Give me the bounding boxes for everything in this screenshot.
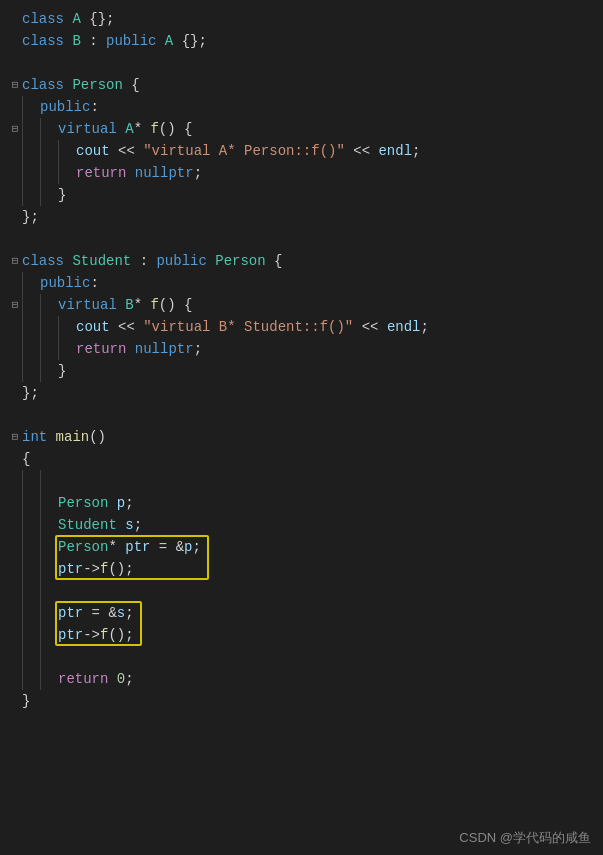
code-tokens: return 0; — [58, 668, 134, 690]
code-tokens: ptr = &s; — [58, 602, 134, 624]
code-line — [0, 470, 603, 492]
fold-gutter[interactable]: ⊟ — [8, 74, 22, 96]
code-line: Person p; — [0, 492, 603, 514]
code-line: }; — [0, 206, 603, 228]
code-line: cout << "virtual B* Student::f()" << end… — [0, 316, 603, 338]
code-line: ptr->f(); — [0, 624, 603, 646]
code-tokens: class Student : public Person { — [22, 250, 283, 272]
code-line — [0, 228, 603, 250]
code-line: } — [0, 690, 603, 712]
code-tokens: Person p; — [58, 492, 134, 514]
indent — [22, 316, 76, 338]
code-line: { — [0, 448, 603, 470]
code-line: public: — [0, 96, 603, 118]
indent — [22, 272, 40, 294]
code-tokens: return nullptr; — [76, 162, 202, 184]
code-tokens: Person* ptr = &p; — [58, 536, 201, 558]
code-tokens: ptr->f(); — [58, 624, 134, 646]
indent — [22, 646, 58, 668]
code-line: ⊟class Person { — [0, 74, 603, 96]
indent — [22, 470, 58, 492]
code-tokens: }; — [22, 382, 39, 404]
indent — [22, 162, 76, 184]
code-line: cout << "virtual A* Person::f()" << endl… — [0, 140, 603, 162]
code-line: ⊟virtual B* f() { — [0, 294, 603, 316]
code-tokens: class B : public A {}; — [22, 30, 207, 52]
fold-gutter[interactable]: ⊟ — [8, 294, 22, 316]
code-line: class B : public A {}; — [0, 30, 603, 52]
code-tokens: int main() — [22, 426, 106, 448]
indent — [22, 118, 58, 140]
code-line: ⊟class Student : public Person { — [0, 250, 603, 272]
code-line: return 0; — [0, 668, 603, 690]
code-tokens: public: — [40, 272, 99, 294]
code-line: class A {}; — [0, 8, 603, 30]
indent — [22, 514, 58, 536]
code-tokens: cout << "virtual A* Person::f()" << endl… — [76, 140, 420, 162]
watermark: CSDN @学代码的咸鱼 — [459, 829, 591, 847]
indent — [22, 294, 58, 316]
indent — [22, 536, 58, 558]
fold-gutter[interactable]: ⊟ — [8, 118, 22, 140]
indent — [22, 602, 58, 624]
code-line — [0, 580, 603, 602]
code-tokens: class Person { — [22, 74, 140, 96]
code-editor: class A {};class B : public A {};⊟class … — [0, 0, 603, 720]
indent — [22, 96, 40, 118]
indent — [22, 580, 58, 602]
indent — [22, 140, 76, 162]
indent — [22, 492, 58, 514]
code-tokens: return nullptr; — [76, 338, 202, 360]
indent — [22, 558, 58, 580]
code-line: return nullptr; — [0, 338, 603, 360]
code-line: Student s; — [0, 514, 603, 536]
code-line — [0, 404, 603, 426]
code-line: } — [0, 184, 603, 206]
code-tokens: } — [22, 690, 30, 712]
code-tokens: cout << "virtual B* Student::f()" << end… — [76, 316, 429, 338]
indent — [22, 338, 76, 360]
code-tokens: public: — [40, 96, 99, 118]
fold-gutter[interactable]: ⊟ — [8, 426, 22, 448]
indent — [22, 184, 58, 206]
code-line: }; — [0, 382, 603, 404]
indent — [22, 624, 58, 646]
code-line: Person* ptr = &p; — [0, 536, 603, 558]
code-line — [0, 646, 603, 668]
code-tokens: }; — [22, 206, 39, 228]
code-line: public: — [0, 272, 603, 294]
code-line: ptr = &s; — [0, 602, 603, 624]
code-line: ⊟virtual A* f() { — [0, 118, 603, 140]
code-tokens: } — [58, 184, 66, 206]
fold-gutter[interactable]: ⊟ — [8, 250, 22, 272]
code-tokens: { — [22, 448, 30, 470]
code-tokens: virtual A* f() { — [58, 118, 192, 140]
code-tokens: } — [58, 360, 66, 382]
code-tokens: class A {}; — [22, 8, 114, 30]
code-tokens: ptr->f(); — [58, 558, 134, 580]
indent — [22, 668, 58, 690]
code-line: ⊟int main() — [0, 426, 603, 448]
code-line — [0, 52, 603, 74]
code-line: ptr->f(); — [0, 558, 603, 580]
code-tokens: virtual B* f() { — [58, 294, 192, 316]
code-line: } — [0, 360, 603, 382]
code-tokens: Student s; — [58, 514, 142, 536]
indent — [22, 360, 58, 382]
code-line: return nullptr; — [0, 162, 603, 184]
